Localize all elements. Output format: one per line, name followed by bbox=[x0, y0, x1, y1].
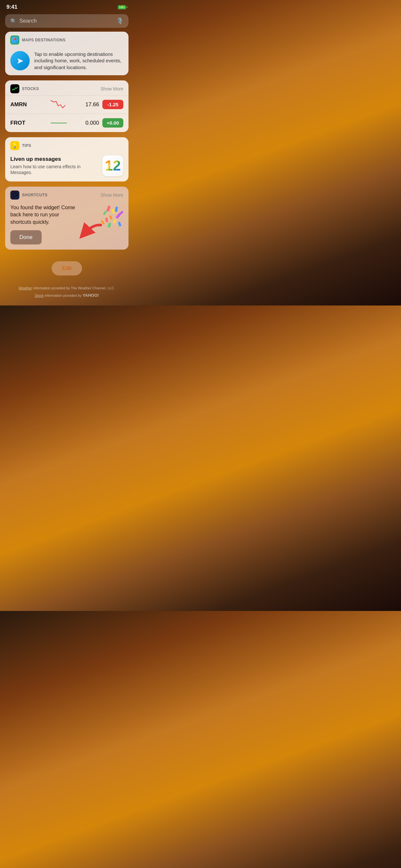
shortcuts-content: You found the widget! Come back here to … bbox=[5, 202, 128, 250]
stock-symbol-frot: FROT bbox=[10, 120, 36, 126]
search-bar[interactable]: 🔍 Search 🎙️ bbox=[5, 14, 128, 28]
shortcuts-header-left: ⬡ SHORTCUTS bbox=[10, 190, 48, 199]
maps-app-icon: 📍 bbox=[10, 35, 19, 44]
stock-price-amrn: 17.66 bbox=[81, 101, 99, 108]
shortcuts-body-text: You found the widget! Come back here to … bbox=[10, 204, 78, 226]
search-placeholder: Search bbox=[19, 18, 114, 24]
weather-attribution-text: information provided by The Weather Chan… bbox=[33, 286, 115, 290]
tips-subtitle: Learn how to use camera effects in Messa… bbox=[10, 164, 98, 175]
stocks-section-title: STOCKS bbox=[22, 87, 39, 91]
svg-rect-7 bbox=[105, 217, 108, 222]
ios12-badge: 12 bbox=[102, 155, 123, 176]
maps-widget-content[interactable]: ➤ Tap to enable upcoming destinations in… bbox=[5, 46, 128, 75]
maps-body-text: Tap to enable upcoming destinations incl… bbox=[34, 51, 123, 71]
stocks-header-left: STOCKS bbox=[10, 84, 39, 93]
weather-link[interactable]: Weather bbox=[19, 286, 32, 290]
search-bar-container: 🔍 Search 🎙️ bbox=[0, 13, 134, 32]
stock-sparkline-frot bbox=[36, 117, 81, 129]
maps-destination-icon: ➤ bbox=[10, 51, 30, 70]
status-bar: 9:41 ⚡ bbox=[0, 0, 134, 13]
shortcuts-left: You found the widget! Come back here to … bbox=[10, 204, 78, 244]
svg-rect-4 bbox=[115, 206, 118, 212]
stock-price-frot: 0.000 bbox=[81, 120, 99, 126]
maps-section-header: 📍 MAPS DESTINATIONS bbox=[5, 32, 128, 46]
yahoo-logo: YAHOO! bbox=[83, 293, 99, 298]
stock-attribution-text: information provided by bbox=[44, 293, 81, 298]
footer: Weather information provided by The Weat… bbox=[0, 285, 134, 306]
svg-rect-3 bbox=[103, 210, 107, 215]
svg-rect-2 bbox=[112, 209, 115, 214]
tips-content[interactable]: Liven up messages Learn how to use camer… bbox=[5, 152, 128, 182]
svg-rect-10 bbox=[107, 222, 112, 228]
done-button[interactable]: Done bbox=[10, 230, 42, 244]
stocks-chart-icon bbox=[12, 87, 18, 91]
svg-rect-1 bbox=[106, 206, 111, 212]
status-time: 9:41 bbox=[6, 4, 18, 10]
tips-widget-card[interactable]: 💡 TIPS Liven up messages Learn how to us… bbox=[5, 137, 128, 182]
stocks-section-header: STOCKS Show More bbox=[5, 81, 128, 95]
battery-icon: ⚡ bbox=[118, 5, 127, 9]
stock-change-frot: +0.00 bbox=[102, 118, 123, 128]
stock-change-amrn: -1.25 bbox=[102, 100, 123, 109]
stock-row-frot[interactable]: FROT 0.000 +0.00 bbox=[5, 114, 128, 132]
stock-symbol-amrn: AMRN bbox=[10, 101, 36, 108]
weather-attribution: Weather information provided by The Weat… bbox=[6, 285, 127, 291]
stocks-app-icon bbox=[10, 84, 19, 93]
tips-section-header: 💡 TIPS bbox=[5, 137, 128, 152]
svg-rect-5 bbox=[109, 215, 113, 220]
shortcuts-section-title: SHORTCUTS bbox=[22, 193, 48, 197]
shortcuts-widget-card[interactable]: ⬡ SHORTCUTS Show More You found the widg… bbox=[5, 187, 128, 250]
stocks-widget-card[interactable]: STOCKS Show More AMRN 17.66 -1.25 FROT 0… bbox=[5, 81, 128, 132]
tips-section-title: TIPS bbox=[22, 144, 31, 148]
tips-title: Liven up messages bbox=[10, 156, 98, 162]
maps-widget-card[interactable]: 📍 MAPS DESTINATIONS ➤ Tap to enable upco… bbox=[5, 32, 128, 75]
microphone-icon[interactable]: 🎙️ bbox=[116, 18, 123, 25]
shortcuts-show-more-button[interactable]: Show More bbox=[100, 192, 123, 197]
tips-text-area: Liven up messages Learn how to use camer… bbox=[10, 156, 98, 175]
svg-rect-9 bbox=[118, 221, 121, 227]
edit-button-container: Edit bbox=[0, 255, 134, 285]
stock-sparkline-amrn bbox=[36, 99, 81, 111]
shortcuts-app-icon: ⬡ bbox=[10, 190, 19, 199]
svg-rect-8 bbox=[113, 219, 116, 223]
stock-row-amrn[interactable]: AMRN 17.66 -1.25 bbox=[5, 95, 128, 114]
shortcuts-right bbox=[81, 204, 123, 240]
maps-section-title: MAPS DESTINATIONS bbox=[22, 38, 66, 42]
status-icons: ⚡ bbox=[118, 5, 127, 9]
shortcuts-section-header: ⬡ SHORTCUTS Show More bbox=[5, 187, 128, 202]
maps-arrow-icon: ➤ bbox=[17, 56, 24, 66]
edit-button[interactable]: Edit bbox=[52, 261, 82, 275]
stock-link[interactable]: Stock bbox=[35, 293, 44, 298]
stocks-show-more-button[interactable]: Show More bbox=[100, 86, 123, 91]
search-icon: 🔍 bbox=[10, 18, 17, 24]
ios12-number: 12 bbox=[105, 159, 121, 173]
red-arrow-icon bbox=[78, 222, 104, 240]
tips-app-icon: 💡 bbox=[10, 141, 19, 150]
stock-attribution: Stock information provided by YAHOO! bbox=[6, 291, 127, 299]
